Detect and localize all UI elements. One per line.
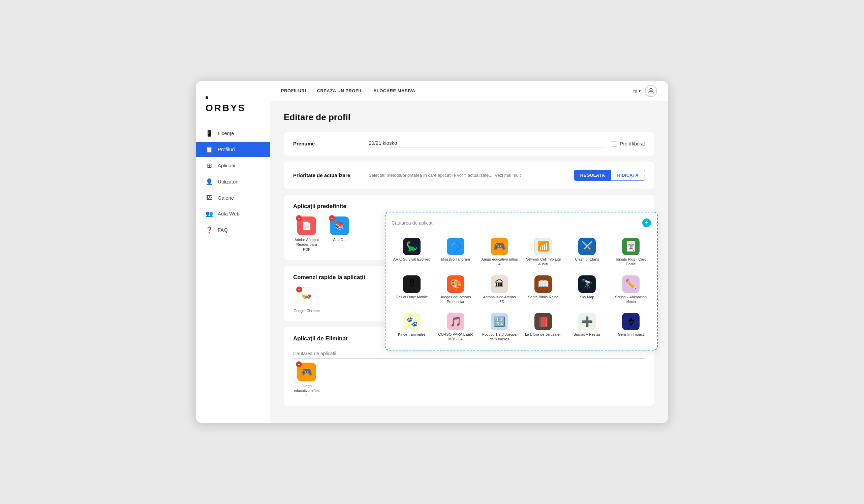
sidebar-item-licente[interactable]: 📱 Licențe bbox=[196, 126, 270, 141]
remove-badge-acrobat: − bbox=[296, 215, 302, 221]
prioritate-card: Prioritate de actualizare Selectați meto… bbox=[284, 162, 655, 189]
sidebar-nav: 📱 Licențe 📋 Profiluri ⊞ Aplicații 👤 Util… bbox=[196, 126, 270, 238]
acrobat-emoji: 📄 bbox=[302, 221, 312, 231]
profil-liberat-checkbox[interactable]: Profil liberat bbox=[612, 141, 645, 146]
predefinite-title: Aplicații predefinite bbox=[293, 203, 645, 210]
popup-app-ark[interactable]: 🦕 ARK: Survival Evolved bbox=[392, 236, 432, 269]
page-title: Editare de profil bbox=[284, 112, 655, 123]
prioritate-label: Prioritate de actualizare bbox=[293, 172, 361, 178]
topnav-right: ro ▾ bbox=[633, 85, 657, 97]
app-item-juego4-del[interactable]: 🎮 − Juego educativo niños 4 bbox=[293, 362, 320, 398]
sidebar: ORBYS 📱 Licențe 📋 Profiluri ⊞ Aplicații … bbox=[196, 81, 270, 423]
priority-hint: Selectați metoda/prioritatea în care apl… bbox=[369, 173, 566, 178]
phone-icon: 📱 bbox=[206, 130, 213, 137]
popup-app-clash[interactable]: ⚔️ Clash of Clans bbox=[567, 236, 607, 269]
lang-label: ro bbox=[633, 88, 637, 94]
popup-app-labiblia[interactable]: 📕 La Biblia de Jerusalén bbox=[523, 311, 563, 344]
remove-badge-juego4: − bbox=[296, 361, 302, 367]
app-name-aula: AulaC... bbox=[333, 237, 346, 242]
predefinite-card: Aplicații predefinite 📄 − Adobe Acrobat … bbox=[284, 195, 655, 260]
profile-icon: 📋 bbox=[206, 146, 213, 153]
popup-app-tongits[interactable]: 🃏 Tongits Plus - Card Game bbox=[611, 236, 651, 269]
sidebar-item-galerie[interactable]: 🖼 Galerie bbox=[196, 190, 270, 205]
popup-app-curso[interactable]: 🎵 CURSO PARA LEER MÚSICA bbox=[435, 311, 476, 344]
btn-regulata[interactable]: REGULATĂ bbox=[574, 170, 611, 181]
popup-app-kinder[interactable]: 🐾 Kinder: animales bbox=[392, 311, 432, 344]
sidebar-item-faq[interactable]: ❓ FAQ bbox=[196, 222, 270, 238]
topnav: PROFILURI CREAZA UN PROFIL ALOCARE MASIV… bbox=[270, 81, 668, 101]
prenume-label: Prenume bbox=[293, 141, 361, 146]
app-item-aula[interactable]: 📚 − AulaC... bbox=[326, 217, 353, 252]
profil-liberat-input[interactable] bbox=[612, 141, 617, 146]
app-icon-aula: 📚 − bbox=[330, 217, 349, 235]
prenume-card: Prenume 20/21 kiosko Profil liberat bbox=[284, 132, 655, 156]
svg-point-0 bbox=[650, 88, 652, 91]
priority-btn-group: REGULATĂ RIDICATĂ bbox=[574, 170, 645, 181]
sidebar-label-aplicatii: Aplicații bbox=[218, 163, 235, 168]
sidebar-label-licente: Licențe bbox=[218, 130, 234, 136]
sidebar-label-utilizatori: Utilizatori bbox=[218, 179, 239, 184]
sidebar-label-profiluri: Profiluri bbox=[218, 146, 235, 152]
apps-icon: ⊞ bbox=[206, 162, 213, 169]
remove-badge-chrome-shortcut: − bbox=[296, 286, 302, 293]
aula-emoji: 📚 bbox=[335, 221, 345, 231]
user-icon: 👤 bbox=[206, 178, 213, 185]
nav-creaza[interactable]: CREAZA UN PROFIL bbox=[317, 87, 363, 95]
app-item-acrobat[interactable]: 📄 − Adobe Acrobat Reader para PDF bbox=[293, 217, 320, 252]
user-avatar[interactable] bbox=[645, 85, 657, 97]
gallery-icon: 🖼 bbox=[206, 194, 213, 201]
popup-search-input[interactable] bbox=[392, 220, 642, 225]
sidebar-item-aplicatii[interactable]: ⊞ Aplicații bbox=[196, 158, 270, 173]
popup-app-biblia[interactable]: 📖 Santa Biblia Reina bbox=[523, 273, 563, 306]
sidebar-label-galerie: Galerie bbox=[218, 195, 234, 201]
lang-selector[interactable]: ro ▾ bbox=[633, 88, 641, 94]
app-name-juego4-del: Juego educativo niños 4 bbox=[293, 383, 320, 398]
svg-point-3 bbox=[305, 296, 308, 299]
sidebar-label-faq: FAQ bbox=[218, 227, 228, 233]
app-icon-juego4-del: 🎮 − bbox=[297, 362, 316, 381]
prenume-row: Prenume 20/21 kiosko Profil liberat bbox=[293, 140, 645, 147]
popup-app-sumas[interactable]: ➕ Sumas y Restas bbox=[567, 311, 607, 344]
main-area: PROFILURI CREAZA UN PROFIL ALOCARE MASIV… bbox=[270, 81, 668, 423]
profil-liberat-label: Profil liberat bbox=[620, 141, 645, 146]
popup-app-maestro[interactable]: 🔷 Maestro Tangram bbox=[435, 236, 476, 269]
lang-chevron: ▾ bbox=[638, 88, 641, 94]
popup-app-network[interactable]: 📶 Network Cell Info Lite & Wifi bbox=[523, 236, 563, 269]
search-popup: + 🦕 ARK: Survival Evolved 🔷 Maestro Tang… bbox=[385, 212, 658, 351]
popup-app-acropolis[interactable]: 🏛 Acrópolis de Atenas en 3D bbox=[479, 273, 520, 306]
nav-profiluri[interactable]: PROFILURI bbox=[281, 87, 306, 95]
juego4-del-emoji: 🎮 bbox=[301, 367, 312, 378]
popup-app-genshin[interactable]: 🗡 Genshin Impact bbox=[611, 311, 651, 344]
sidebar-item-profiluri[interactable]: 📋 Profiluri bbox=[196, 142, 270, 157]
app-item-chrome-shortcut[interactable]: − Google Chrome bbox=[293, 287, 320, 313]
nav-alocare[interactable]: ALOCARE MASIVA bbox=[373, 87, 415, 95]
popup-app-pocoyo[interactable]: 🔢 Pocoyo 1,2,3 Juegos de números bbox=[479, 311, 520, 344]
popup-app-cod[interactable]: 🎖 Call of Duty: Mobile bbox=[392, 273, 432, 306]
prioritate-row: Prioritate de actualizare Selectați meto… bbox=[293, 170, 645, 181]
popup-search-header: + bbox=[392, 219, 651, 231]
popup-plus-btn[interactable]: + bbox=[642, 219, 651, 227]
eliminat-apps-grid: 🎮 − Juego educativo niños 4 bbox=[293, 362, 645, 398]
btn-ridicata[interactable]: RIDICATĂ bbox=[611, 170, 645, 181]
prenume-value[interactable]: 20/21 kiosko bbox=[369, 140, 604, 147]
remove-badge-aula: − bbox=[329, 215, 335, 221]
popup-apps-grid: 🦕 ARK: Survival Evolved 🔷 Maestro Tangra… bbox=[392, 236, 651, 344]
app-window: ORBYS 📱 Licențe 📋 Profiluri ⊞ Aplicații … bbox=[196, 81, 668, 423]
popup-app-scribbl[interactable]: ✏️ Scribbl - Animación efecto bbox=[611, 273, 651, 306]
topnav-links: PROFILURI CREAZA UN PROFIL ALOCARE MASIV… bbox=[281, 87, 633, 95]
logo-dot bbox=[206, 96, 208, 99]
aula-icon: 👥 bbox=[206, 210, 213, 218]
app-icon-acrobat: 📄 − bbox=[297, 217, 316, 235]
popup-app-skymap[interactable]: 🔭 Sky Map bbox=[567, 273, 607, 306]
sidebar-item-aula-web[interactable]: 👥 Aula Web bbox=[196, 206, 270, 222]
sidebar-label-aula: Aula Web bbox=[218, 211, 240, 217]
faq-icon: ❓ bbox=[206, 226, 213, 234]
page-content: Editare de profil Prenume 20/21 kiosko P… bbox=[270, 101, 668, 423]
profil-liberat-field: Profil liberat bbox=[612, 141, 645, 146]
app-name-acrobat: Adobe Acrobat Reader para PDF bbox=[293, 237, 320, 252]
popup-app-juegospre[interactable]: 🎨 Juegos educativos Preescolar bbox=[435, 273, 476, 306]
popup-app-juego4[interactable]: 🎮 Juego educativo niños 4 bbox=[479, 236, 520, 269]
logo: ORBYS bbox=[196, 92, 270, 126]
app-name-chrome-shortcut: Google Chrome bbox=[293, 308, 320, 313]
sidebar-item-utilizatori[interactable]: 👤 Utilizatori bbox=[196, 174, 270, 189]
